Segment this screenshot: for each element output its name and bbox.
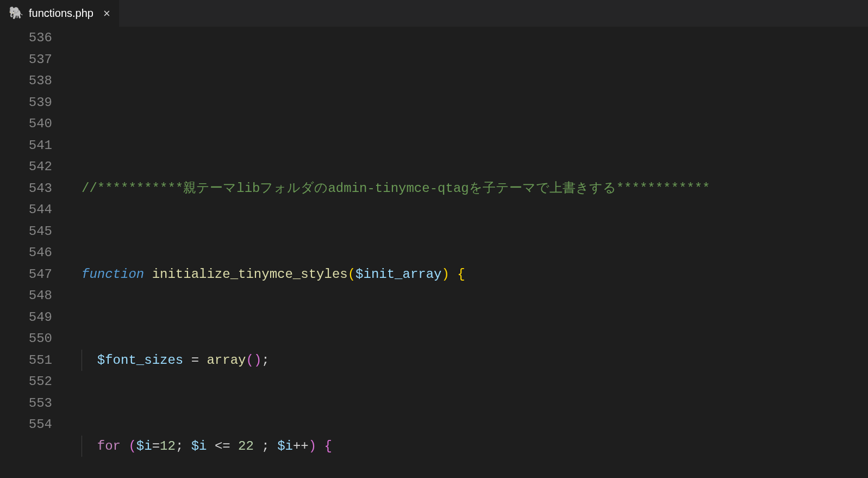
file-tab[interactable]: 🐘 functions.php × [0,0,120,27]
line-number: 541 [0,135,52,157]
line-number: 553 [0,393,52,414]
line-number: 549 [0,307,52,328]
code-line[interactable]: //***********親テーマlibフォルダのadmin-tinymce-q… [82,178,868,200]
php-file-icon: 🐘 [9,6,23,21]
tab-filename: functions.php [29,7,93,20]
line-number: 554 [0,414,52,436]
close-tab-icon[interactable]: × [103,7,110,21]
line-number: 539 [0,92,52,114]
line-number: 548 [0,285,52,307]
line-number: 542 [0,156,52,178]
line-number: 538 [0,70,52,92]
tab-bar: 🐘 functions.php × [0,0,868,27]
line-number: 537 [0,49,52,71]
line-number: 552 [0,371,52,393]
code-editor[interactable]: 536 537 538 539 540 541 542 543 544 545 … [0,27,868,478]
code-line[interactable]: function initialize_tinymce_styles($init… [82,264,868,285]
line-number: 546 [0,242,52,264]
code-line[interactable] [82,92,868,114]
line-number: 545 [0,221,52,243]
line-number: 540 [0,113,52,135]
code-line[interactable]: for ($i=12; $i <= 22 ; $i++) { [82,436,868,457]
line-number: 543 [0,178,52,200]
line-number: 550 [0,328,52,350]
line-number: 547 [0,264,52,285]
line-number: 536 [0,27,52,49]
line-number-gutter: 536 537 538 539 540 541 542 543 544 545 … [0,27,65,478]
code-area[interactable]: //***********親テーマlibフォルダのadmin-tinymce-q… [65,27,868,478]
line-number: 544 [0,199,52,221]
line-number: 551 [0,350,52,371]
code-line[interactable]: $font_sizes = array(); [82,350,868,371]
